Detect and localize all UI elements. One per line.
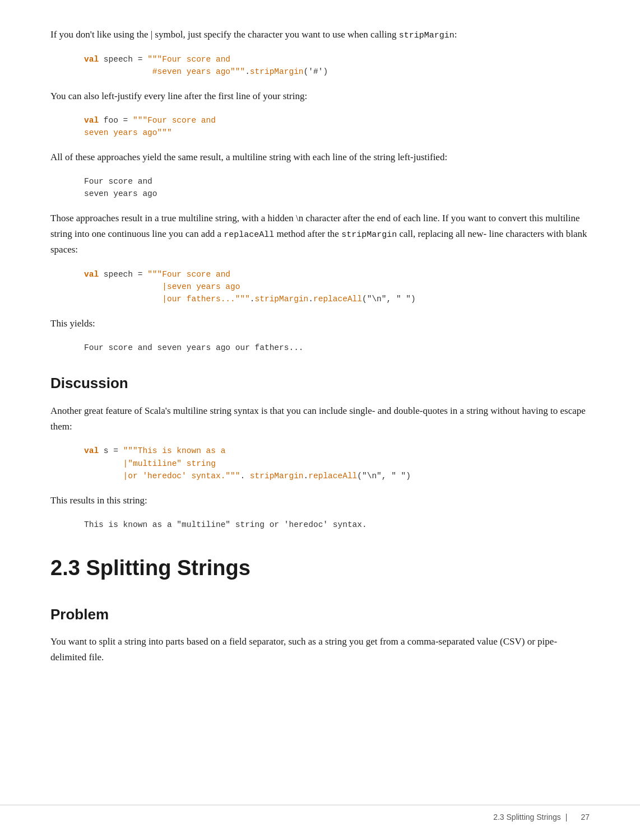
paragraph-6: Another great feature of Scala's multili… bbox=[50, 403, 590, 435]
problem-heading: Problem bbox=[50, 603, 590, 627]
keyword-val-4: val bbox=[84, 446, 99, 455]
code-block-1: val speech = """Four score and #seven ye… bbox=[84, 53, 590, 78]
output-block-2: Four score and seven years ago our fathe… bbox=[84, 342, 590, 354]
discussion-heading: Discussion bbox=[50, 372, 590, 395]
paragraph-4: Those approaches result in a true multil… bbox=[50, 211, 590, 258]
keyword-val-1: val bbox=[84, 55, 99, 64]
inline-code-stripmargin-2: stripMargin bbox=[341, 230, 397, 240]
code-block-3: val speech = """Four score and |seven ye… bbox=[84, 268, 590, 306]
paragraph-1: If you don't like using the | symbol, ju… bbox=[50, 27, 590, 43]
paragraph-7: This results in this string: bbox=[50, 493, 590, 508]
footer-divider: | bbox=[565, 811, 568, 823]
page-footer: 2.3 Splitting Strings | 27 bbox=[0, 805, 640, 823]
paragraph-2: You can also left-justify every line aft… bbox=[50, 88, 590, 104]
inline-code-replaceall: replaceAll bbox=[224, 230, 274, 240]
inline-code-stripmargin-1: stripMargin bbox=[399, 31, 455, 40]
paragraph-5: This yields: bbox=[50, 316, 590, 332]
footer-section-label: 2.3 Splitting Strings bbox=[493, 811, 561, 823]
section-title-splitting: 2.3 Splitting Strings bbox=[50, 551, 590, 585]
problem-paragraph: You want to split a string into parts ba… bbox=[50, 634, 590, 665]
paragraph-3: All of these approaches yield the same r… bbox=[50, 150, 590, 165]
output-block-1: Four score and seven years ago bbox=[84, 175, 590, 200]
code-block-2: val foo = """Four score and seven years … bbox=[84, 114, 590, 139]
output-block-3: This is known as a "multiline" string or… bbox=[84, 519, 590, 531]
code-block-4: val s = """This is known as a |"multilin… bbox=[84, 445, 590, 482]
keyword-val-3: val bbox=[84, 270, 99, 279]
keyword-val-2: val bbox=[84, 116, 99, 125]
footer-page-number: 27 bbox=[581, 811, 590, 823]
